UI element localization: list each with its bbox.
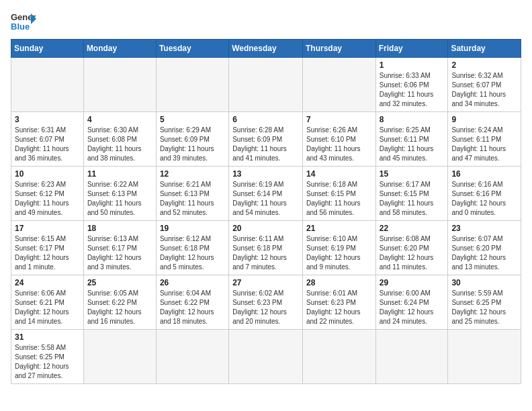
day-number: 8 [380,115,445,124]
calendar-cell: 20Sunrise: 6:11 AM Sunset: 6:18 PM Dayli… [229,221,303,275]
day-number: 7 [306,115,372,124]
calendar-week-1: 3Sunrise: 6:31 AM Sunset: 6:07 PM Daylig… [11,112,521,167]
calendar-week-4: 24Sunrise: 6:06 AM Sunset: 6:21 PM Dayli… [11,275,521,330]
day-number: 15 [380,169,445,179]
calendar-cell [83,330,156,384]
calendar-cell [229,58,303,112]
day-number: 16 [451,169,517,179]
calendar-cell [11,58,84,112]
calendar-week-2: 10Sunrise: 6:23 AM Sunset: 6:12 PM Dayli… [11,167,521,221]
calendar-cell: 14Sunrise: 6:18 AM Sunset: 6:15 PM Dayli… [302,167,375,221]
day-info: Sunrise: 6:11 AM Sunset: 6:18 PM Dayligh… [232,234,299,272]
calendar-body: 1Sunrise: 6:33 AM Sunset: 6:06 PM Daylig… [11,58,521,384]
day-number: 14 [306,169,372,179]
day-number: 4 [87,115,152,124]
calendar-table: SundayMondayTuesdayWednesdayThursdayFrid… [11,39,521,384]
day-number: 31 [15,332,80,342]
calendar-cell: 12Sunrise: 6:21 AM Sunset: 6:13 PM Dayli… [156,167,228,221]
day-info: Sunrise: 6:16 AM Sunset: 6:16 PM Dayligh… [451,180,517,218]
day-info: Sunrise: 6:00 AM Sunset: 6:24 PM Dayligh… [380,289,445,326]
calendar-header-row: SundayMondayTuesdayWednesdayThursdayFrid… [11,40,521,58]
header: General Blue [11,11,521,32]
calendar-cell: 2Sunrise: 6:32 AM Sunset: 6:07 PM Daylig… [448,58,521,112]
calendar-header-thursday: Thursday [302,40,375,58]
day-info: Sunrise: 6:18 AM Sunset: 6:15 PM Dayligh… [306,180,372,218]
day-info: Sunrise: 5:58 AM Sunset: 6:25 PM Dayligh… [15,343,80,381]
calendar-header-friday: Friday [375,40,448,58]
calendar-header-tuesday: Tuesday [156,40,228,58]
calendar-cell: 22Sunrise: 6:08 AM Sunset: 6:20 PM Dayli… [375,221,448,275]
day-number: 13 [232,169,299,179]
calendar-cell: 29Sunrise: 6:00 AM Sunset: 6:24 PM Dayli… [375,275,448,330]
calendar-cell [302,330,375,384]
day-number: 12 [160,169,225,179]
calendar-cell: 23Sunrise: 6:07 AM Sunset: 6:20 PM Dayli… [448,221,521,275]
calendar-cell: 10Sunrise: 6:23 AM Sunset: 6:12 PM Dayli… [11,167,84,221]
day-info: Sunrise: 6:23 AM Sunset: 6:12 PM Dayligh… [15,180,80,218]
calendar-cell: 28Sunrise: 6:01 AM Sunset: 6:23 PM Dayli… [302,275,375,330]
day-number: 29 [380,278,445,287]
calendar-cell: 18Sunrise: 6:13 AM Sunset: 6:17 PM Dayli… [83,221,156,275]
day-info: Sunrise: 6:22 AM Sunset: 6:13 PM Dayligh… [87,180,152,218]
day-number: 10 [15,169,80,179]
day-number: 2 [451,60,517,70]
svg-text:Blue: Blue [11,21,30,32]
calendar-cell: 17Sunrise: 6:15 AM Sunset: 6:17 PM Dayli… [11,221,84,275]
day-number: 11 [87,169,152,179]
day-info: Sunrise: 6:17 AM Sunset: 6:15 PM Dayligh… [380,180,445,218]
day-number: 3 [15,115,80,124]
calendar-header-wednesday: Wednesday [229,40,303,58]
logo: General Blue [11,11,36,32]
day-number: 17 [15,224,80,233]
day-number: 9 [451,115,517,124]
calendar-week-5: 31Sunrise: 5:58 AM Sunset: 6:25 PM Dayli… [11,330,521,384]
calendar-cell: 19Sunrise: 6:12 AM Sunset: 6:18 PM Dayli… [156,221,228,275]
calendar-cell: 26Sunrise: 6:04 AM Sunset: 6:22 PM Dayli… [156,275,228,330]
calendar-cell: 30Sunrise: 5:59 AM Sunset: 6:25 PM Dayli… [448,275,521,330]
day-number: 19 [160,224,225,233]
calendar-cell: 27Sunrise: 6:02 AM Sunset: 6:23 PM Dayli… [229,275,303,330]
day-info: Sunrise: 6:02 AM Sunset: 6:23 PM Dayligh… [232,289,299,326]
day-info: Sunrise: 6:15 AM Sunset: 6:17 PM Dayligh… [15,234,80,272]
day-number: 20 [232,224,299,233]
calendar-cell [83,58,156,112]
calendar-week-3: 17Sunrise: 6:15 AM Sunset: 6:17 PM Dayli… [11,221,521,275]
day-info: Sunrise: 6:08 AM Sunset: 6:20 PM Dayligh… [380,234,445,272]
day-info: Sunrise: 6:21 AM Sunset: 6:13 PM Dayligh… [160,180,225,218]
calendar-cell: 4Sunrise: 6:30 AM Sunset: 6:08 PM Daylig… [83,112,156,167]
day-info: Sunrise: 6:01 AM Sunset: 6:23 PM Dayligh… [306,289,372,326]
day-number: 23 [451,224,517,233]
day-number: 30 [451,278,517,287]
day-info: Sunrise: 6:28 AM Sunset: 6:09 PM Dayligh… [232,126,299,163]
day-info: Sunrise: 5:59 AM Sunset: 6:25 PM Dayligh… [451,289,517,326]
calendar-cell: 11Sunrise: 6:22 AM Sunset: 6:13 PM Dayli… [83,167,156,221]
day-info: Sunrise: 6:25 AM Sunset: 6:11 PM Dayligh… [380,126,445,163]
calendar-header-sunday: Sunday [11,40,84,58]
day-number: 25 [87,278,152,287]
day-info: Sunrise: 6:04 AM Sunset: 6:22 PM Dayligh… [160,289,225,326]
calendar-cell [229,330,303,384]
day-info: Sunrise: 6:33 AM Sunset: 6:06 PM Dayligh… [380,71,445,109]
calendar-cell [448,330,521,384]
day-info: Sunrise: 6:13 AM Sunset: 6:17 PM Dayligh… [87,234,152,272]
day-info: Sunrise: 6:26 AM Sunset: 6:10 PM Dayligh… [306,126,372,163]
day-number: 18 [87,224,152,233]
calendar-cell: 1Sunrise: 6:33 AM Sunset: 6:06 PM Daylig… [375,58,448,112]
day-number: 21 [306,224,372,233]
day-info: Sunrise: 6:31 AM Sunset: 6:07 PM Dayligh… [15,126,80,163]
calendar-cell [302,58,375,112]
day-info: Sunrise: 6:32 AM Sunset: 6:07 PM Dayligh… [451,71,517,109]
calendar-week-0: 1Sunrise: 6:33 AM Sunset: 6:06 PM Daylig… [11,58,521,112]
day-info: Sunrise: 6:19 AM Sunset: 6:14 PM Dayligh… [232,180,299,218]
calendar-cell: 3Sunrise: 6:31 AM Sunset: 6:07 PM Daylig… [11,112,84,167]
day-number: 28 [306,278,372,287]
calendar-cell [156,58,228,112]
calendar-cell [375,330,448,384]
day-info: Sunrise: 6:30 AM Sunset: 6:08 PM Dayligh… [87,126,152,163]
day-number: 26 [160,278,225,287]
calendar-cell: 24Sunrise: 6:06 AM Sunset: 6:21 PM Dayli… [11,275,84,330]
calendar-cell: 7Sunrise: 6:26 AM Sunset: 6:10 PM Daylig… [302,112,375,167]
day-number: 22 [380,224,445,233]
calendar-cell: 21Sunrise: 6:10 AM Sunset: 6:19 PM Dayli… [302,221,375,275]
day-number: 27 [232,278,299,287]
